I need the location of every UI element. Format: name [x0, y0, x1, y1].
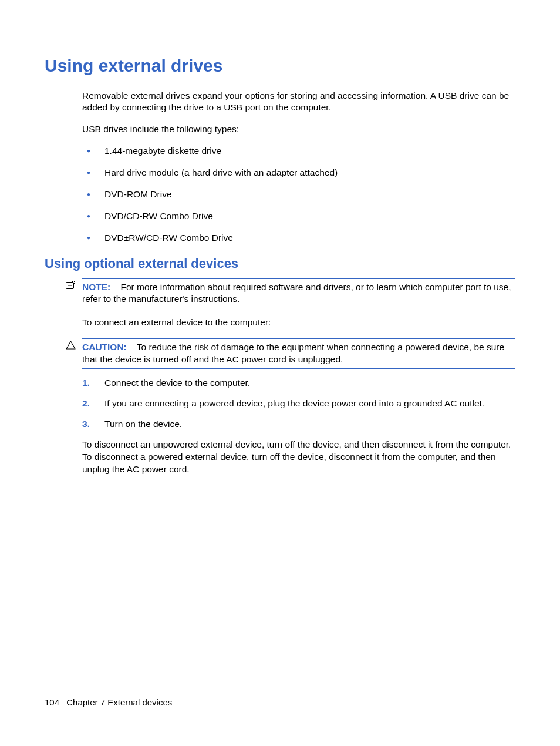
note-label: NOTE: [82, 282, 110, 292]
note-text: For more information about required soft… [82, 282, 511, 304]
list-item: DVD±RW/CD-RW Combo Drive [82, 232, 515, 244]
caution-label: CAUTION: [82, 342, 127, 352]
drive-types-list: 1.44-megabyte diskette drive Hard drive … [82, 145, 515, 244]
intro-block: Removable external drives expand your op… [82, 90, 515, 244]
connect-intro-block: To connect an external device to the com… [82, 317, 515, 329]
note-callout: NOTE: For more information about require… [66, 278, 515, 309]
steps-block: Connect the device to the computer. If y… [82, 377, 515, 476]
step-item: Turn on the device. [82, 418, 515, 431]
subsection-heading: Using optional external devices [45, 255, 515, 273]
list-item: 1.44-megabyte diskette drive [82, 145, 515, 157]
page-footer: 104 Chapter 7 External devices [45, 697, 172, 708]
caution-icon [66, 338, 82, 350]
steps-list: Connect the device to the computer. If y… [82, 377, 515, 431]
caution-callout: CAUTION: To reduce the risk of damage to… [66, 338, 515, 369]
step-item: If you are connecting a powered device, … [82, 398, 515, 410]
caution-body: CAUTION: To reduce the risk of damage to… [82, 338, 515, 369]
list-item: DVD-ROM Drive [82, 189, 515, 201]
note-icon [66, 278, 82, 289]
list-item: DVD/CD-RW Combo Drive [82, 210, 515, 223]
disconnect-paragraph: To disconnect an unpowered external devi… [82, 439, 515, 476]
intro-paragraph-2: USB drives include the following types: [82, 123, 515, 136]
intro-paragraph-1: Removable external drives expand your op… [82, 90, 515, 115]
note-body: NOTE: For more information about require… [82, 278, 515, 309]
section-heading: Using external drives [45, 54, 515, 78]
chapter-label: Chapter 7 External devices [66, 697, 172, 707]
caution-text: To reduce the risk of damage to the equi… [82, 342, 504, 364]
connect-intro: To connect an external device to the com… [82, 317, 515, 329]
step-item: Connect the device to the computer. [82, 377, 515, 389]
list-item: Hard drive module (a hard drive with an … [82, 167, 515, 179]
page-number: 104 [45, 697, 59, 707]
